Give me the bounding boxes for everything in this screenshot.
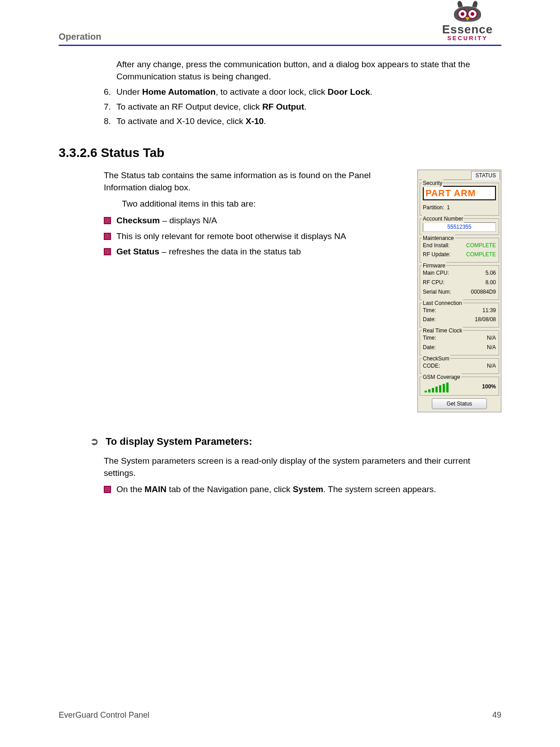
- square-bullet-icon: [104, 217, 111, 224]
- group-rtc: Real Time Clock Time:N/A Date:N/A: [420, 330, 499, 355]
- security-status: PART ARM: [423, 186, 496, 200]
- tab-status[interactable]: STATUS: [471, 171, 500, 180]
- group-last-connection: Last Connection Time:11:39 Date:18/08/08: [420, 303, 499, 328]
- section-title: Operation: [59, 32, 101, 42]
- group-firmware: Firmware Main CPU:5.06 RF CPU:8.00 Seria…: [420, 265, 499, 300]
- heading-status-tab: 3.3.2.6 Status Tab: [59, 144, 501, 161]
- page-number: 49: [492, 710, 501, 720]
- group-gsm: GSM Coverage 100%: [420, 377, 499, 396]
- gsm-percentage: 100%: [482, 383, 496, 392]
- owl-icon: [454, 5, 481, 23]
- sys-para: The System parameters screen is a read-o…: [104, 455, 501, 479]
- bullet-system: On the MAIN tab of the Navigation pane, …: [104, 484, 501, 496]
- group-account: Account Number 55512355: [420, 218, 499, 235]
- bullet-note: This is only relevant for remote boot ot…: [104, 231, 404, 243]
- bullet-checksum: Checksum – displays N/A: [104, 215, 404, 227]
- arrow-right-icon: ➲: [90, 435, 101, 449]
- step-6: 6. Under Home Automation, to activate a …: [104, 86, 501, 98]
- intro-paragraph: After any change, press the communicatio…: [116, 59, 501, 83]
- brand-logo: Essence SECURITY: [434, 5, 501, 42]
- group-checksum: CheckSum CODE:N/A: [420, 358, 499, 374]
- group-security: Security PART ARM Partition: 1: [420, 183, 499, 216]
- square-bullet-icon: [104, 233, 111, 240]
- status-description: The Status tab contains the same informa…: [104, 170, 404, 262]
- step-8: 8. To activate and X-10 device, click X-…: [104, 115, 501, 128]
- heading-system-parameters: ➲ To display System Parameters:: [90, 435, 501, 449]
- status-panel-screenshot: STATUS Security PART ARM Partition: 1 Ac…: [417, 170, 501, 412]
- step-7: 7. To activate an RF Output device, clic…: [104, 101, 501, 113]
- signal-bars-icon: [423, 380, 449, 392]
- page-header: Operation Essence SECURITY: [59, 32, 501, 46]
- account-number: 55512355: [423, 222, 496, 232]
- group-maintenance: Maintenance End Install:COMPLETE RF Upda…: [420, 238, 499, 263]
- page-footer: EverGuard Control Panel 49: [59, 710, 501, 720]
- square-bullet-icon: [104, 248, 111, 255]
- get-status-button[interactable]: Get Status: [432, 398, 487, 410]
- bullet-get-status: Get Status – refreshes the data in the s…: [104, 246, 404, 258]
- main-content: After any change, press the communicatio…: [104, 59, 501, 496]
- square-bullet-icon: [104, 486, 111, 493]
- footer-title: EverGuard Control Panel: [59, 710, 149, 720]
